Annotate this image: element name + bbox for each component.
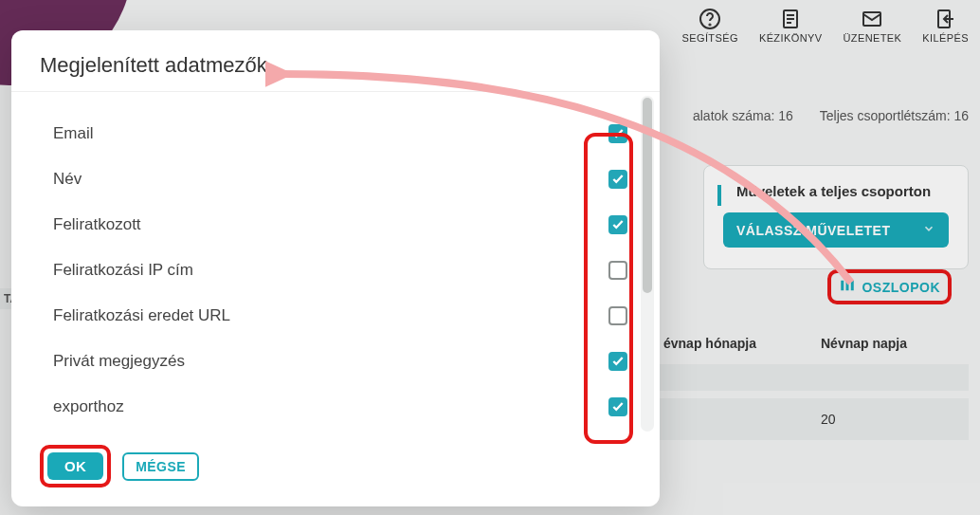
field-row: Név — [53, 156, 635, 202]
field-label: Feliratkozási IP cím — [53, 261, 608, 280]
table-row: 20 — [654, 398, 969, 440]
logout-button[interactable]: KILÉPÉS — [922, 8, 969, 44]
help-label: SEGÍTSÉG — [681, 32, 737, 44]
modal-title: Megjelenített adatmezők — [40, 53, 631, 78]
field-checkbox[interactable] — [608, 352, 627, 371]
ok-button[interactable]: OK — [47, 452, 103, 480]
field-checkbox[interactable] — [608, 397, 627, 416]
cell — [811, 364, 969, 391]
choose-action-dropdown[interactable]: VÁLASSZ MŰVELETET — [723, 212, 949, 248]
group-actions-title: Műveletek a teljes csoporton — [736, 183, 949, 199]
columns-icon — [839, 277, 856, 297]
logout-icon — [935, 8, 957, 32]
svg-rect-8 — [842, 281, 844, 291]
data-table-partial: évnap hónapja Névnap napja 20 — [654, 322, 969, 440]
field-row: exporthoz — [53, 384, 635, 430]
scrollbar[interactable] — [641, 96, 654, 432]
count-bar: alatok száma: 16 Teljes csoportlétszám: … — [693, 108, 969, 123]
field-checkbox[interactable] — [608, 170, 627, 189]
cell — [654, 364, 811, 391]
help-button[interactable]: SEGÍTSÉG — [681, 8, 737, 44]
results-count: alatok száma: 16 — [693, 108, 793, 123]
svg-point-1 — [710, 24, 711, 25]
modal-footer: OK MÉGSE — [11, 435, 660, 506]
field-checkbox[interactable] — [608, 306, 627, 325]
displayed-fields-modal: Megjelenített adatmezők EmailNévFeliratk… — [11, 30, 660, 506]
field-label: Feliratkozási eredet URL — [53, 306, 608, 325]
messages-label: ÜZENETEK — [843, 32, 901, 44]
field-row: Privát megjegyzés — [53, 339, 635, 384]
svg-rect-10 — [851, 281, 854, 291]
col-header-2: Névnap napja — [811, 322, 969, 364]
manual-label: KÉZIKÖNYV — [759, 32, 823, 44]
help-icon — [699, 8, 721, 32]
columns-button[interactable]: OSZLOPOK — [839, 277, 940, 297]
field-checkbox[interactable] — [608, 124, 627, 143]
mail-icon — [861, 8, 883, 32]
field-label: exporthoz — [53, 397, 608, 416]
manual-button[interactable]: KÉZIKÖNYV — [759, 8, 823, 44]
modal-body: EmailNévFeliratkozottFeliratkozási IP cí… — [11, 92, 660, 435]
choose-action-label: VÁLASSZ MŰVELETET — [736, 223, 891, 238]
field-label: Privát megjegyzés — [53, 352, 608, 371]
cell: 20 — [811, 398, 969, 440]
field-row: Feliratkozott — [53, 202, 635, 248]
accent-stripe — [717, 185, 721, 206]
field-checkbox[interactable] — [608, 215, 627, 234]
chevron-down-icon — [922, 222, 935, 238]
total-count: Teljes csoportlétszám: 16 — [820, 108, 969, 123]
cancel-button[interactable]: MÉGSE — [122, 452, 199, 481]
field-label: Email — [53, 124, 608, 143]
svg-rect-9 — [846, 281, 849, 291]
messages-button[interactable]: ÜZENETEK — [843, 8, 901, 44]
columns-button-highlight: OSZLOPOK — [827, 269, 952, 304]
field-label: Név — [53, 170, 608, 189]
ok-button-highlight: OK — [40, 445, 111, 487]
col-header-1: évnap hónapja — [654, 322, 811, 364]
columns-label: OSZLOPOK — [862, 280, 940, 295]
top-icon-bar: SEGÍTSÉG KÉZIKÖNYV ÜZENETEK KILÉPÉS — [681, 8, 969, 44]
field-checkbox[interactable] — [608, 261, 627, 280]
cell — [654, 398, 811, 440]
document-icon — [779, 8, 802, 32]
field-label: Feliratkozott — [53, 215, 608, 234]
group-actions-panel: Műveletek a teljes csoporton VÁLASSZ MŰV… — [703, 165, 969, 269]
table-row — [654, 364, 969, 391]
field-row: Feliratkozási IP cím — [53, 248, 635, 293]
field-row: Feliratkozási eredet URL — [53, 293, 635, 339]
field-row: Email — [53, 111, 635, 156]
modal-header: Megjelenített adatmezők — [11, 30, 660, 92]
field-list[interactable]: EmailNévFeliratkozottFeliratkozási IP cí… — [11, 111, 635, 435]
scrollbar-thumb[interactable] — [643, 98, 652, 293]
logout-label: KILÉPÉS — [922, 32, 969, 44]
